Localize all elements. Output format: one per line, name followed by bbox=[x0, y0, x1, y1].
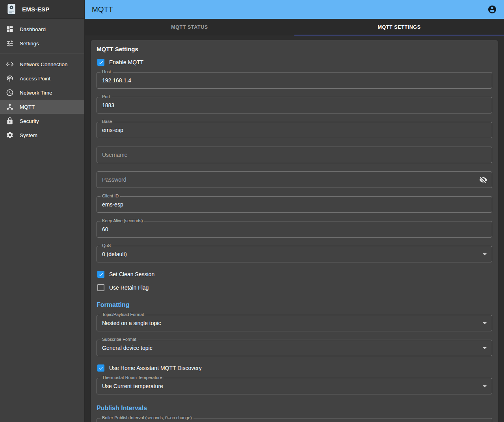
checkbox-checked-icon[interactable] bbox=[97, 59, 104, 66]
sidebar-divider bbox=[0, 54, 84, 54]
client-id-field: Client ID bbox=[97, 196, 492, 213]
checkbox-unchecked-icon[interactable] bbox=[97, 284, 104, 291]
clock-icon bbox=[6, 88, 14, 97]
client-id-input[interactable] bbox=[97, 196, 492, 213]
tabbar: MQTT STATUS MQTT SETTINGS bbox=[85, 19, 504, 35]
select-value: Use Current temperature bbox=[102, 383, 163, 389]
select-value: Nested on a single topic bbox=[102, 320, 161, 326]
password-input[interactable] bbox=[97, 171, 492, 188]
topic-payload-format-select[interactable]: Nested on a single topic bbox=[97, 315, 492, 331]
lock-icon bbox=[6, 117, 14, 125]
subscribe-format-select[interactable]: General device topic bbox=[97, 340, 492, 356]
keep-alive-field: Keep Alive (seconds) bbox=[97, 221, 492, 238]
base-input[interactable] bbox=[97, 122, 492, 138]
dashboard-icon bbox=[6, 25, 14, 33]
page-title: MQTT bbox=[92, 5, 113, 14]
dropdown-arrow-icon bbox=[480, 343, 489, 353]
sidebar-item-label: Access Point bbox=[20, 76, 50, 82]
qos-field: QoS 0 (default) bbox=[97, 246, 492, 262]
sidebar-item-access-point[interactable]: Access Point bbox=[0, 71, 84, 86]
tab-mqtt-status[interactable]: MQTT STATUS bbox=[85, 19, 294, 35]
field-label: Base bbox=[100, 119, 113, 124]
ethernet-icon bbox=[6, 60, 14, 69]
subscribe-format-field: Subscribe Format General device topic bbox=[97, 340, 492, 356]
sidebar-item-security[interactable]: Security bbox=[0, 114, 84, 128]
checkbox-label: Use Home Assistant MQTT Discovery bbox=[109, 365, 202, 371]
sidebar-item-label: MQTT bbox=[20, 104, 35, 110]
tab-mqtt-settings[interactable]: MQTT SETTINGS bbox=[294, 19, 504, 35]
gear-icon bbox=[6, 131, 14, 139]
boiler-publish-interval-field: Boiler Publish Interval (seconds, 0=on c… bbox=[97, 418, 492, 422]
field-label: Subscribe Format bbox=[100, 337, 138, 342]
tune-icon bbox=[6, 39, 14, 48]
sidebar-item-label: Network Time bbox=[20, 90, 52, 96]
checkbox-label: Set Clean Session bbox=[109, 271, 154, 277]
field-label: Topic/Payload Format bbox=[100, 312, 145, 317]
visibility-off-icon[interactable] bbox=[478, 175, 488, 185]
sidebar-item-label: Security bbox=[20, 118, 39, 124]
field-label: Boiler Publish Interval (seconds, 0=on c… bbox=[100, 415, 193, 420]
keep-alive-input[interactable] bbox=[97, 221, 492, 238]
app-title: EMS-ESP bbox=[22, 6, 50, 13]
formatting-section-title: Formatting bbox=[97, 301, 492, 309]
sidebar-nav: Dashboard Settings Network Connection bbox=[0, 19, 84, 145]
sidebar-item-label: System bbox=[20, 132, 37, 138]
qos-select[interactable]: 0 (default) bbox=[97, 246, 492, 262]
field-label: Client ID bbox=[100, 193, 120, 199]
port-field: Port bbox=[97, 97, 492, 113]
select-value: General device topic bbox=[102, 345, 153, 351]
thermostat-room-temperature-field: Thermostat Room Temperature Use Current … bbox=[97, 378, 492, 394]
checkbox-label: Use Retain Flag bbox=[109, 284, 149, 291]
ha-discovery-checkbox-row[interactable]: Use Home Assistant MQTT Discovery bbox=[97, 364, 492, 372]
base-field: Base bbox=[97, 122, 492, 138]
sidebar: EMS-ESP Dashboard Settings Network bbox=[0, 0, 85, 422]
dropdown-arrow-icon bbox=[480, 249, 489, 259]
host-input[interactable] bbox=[97, 72, 492, 89]
set-clean-session-checkbox-row[interactable]: Set Clean Session bbox=[97, 271, 492, 278]
dropdown-arrow-icon bbox=[480, 318, 489, 328]
sidebar-item-label: Dashboard bbox=[20, 26, 46, 32]
topic-payload-format-field: Topic/Payload Format Nested on a single … bbox=[97, 315, 492, 331]
checkbox-label: Enable MQTT bbox=[109, 59, 143, 65]
field-label: Thermostat Room Temperature bbox=[100, 375, 164, 380]
password-field bbox=[97, 171, 492, 188]
username-field bbox=[97, 147, 492, 163]
publish-intervals-section-title: Publish Intervals bbox=[97, 405, 492, 412]
select-value: 0 (default) bbox=[102, 251, 127, 257]
checkbox-checked-icon[interactable] bbox=[97, 364, 104, 372]
device-hub-icon bbox=[6, 102, 14, 111]
sidebar-item-label: Network Connection bbox=[20, 61, 68, 67]
field-label: QoS bbox=[100, 243, 112, 248]
ems-esp-logo-icon bbox=[6, 3, 17, 16]
sidebar-item-dashboard[interactable]: Dashboard bbox=[0, 22, 84, 36]
sidebar-item-mqtt[interactable]: MQTT bbox=[0, 100, 84, 114]
sidebar-item-network-connection[interactable]: Network Connection bbox=[0, 57, 84, 71]
enable-mqtt-checkbox-row[interactable]: Enable MQTT bbox=[97, 59, 492, 66]
content-area: MQTT Settings Enable MQTT Host Port bbox=[85, 35, 504, 422]
mqtt-settings-card: MQTT Settings Enable MQTT Host Port bbox=[91, 40, 498, 422]
host-field: Host bbox=[97, 72, 492, 89]
appbar: MQTT bbox=[85, 0, 504, 19]
sidebar-item-network-time[interactable]: Network Time bbox=[0, 86, 84, 100]
main-area: MQTT MQTT STATUS MQTT SETTINGS MQTT Sett… bbox=[85, 0, 504, 422]
card-title: MQTT Settings bbox=[97, 46, 492, 52]
use-retain-flag-checkbox-row[interactable]: Use Retain Flag bbox=[97, 284, 492, 291]
username-input[interactable] bbox=[97, 147, 492, 163]
app-root: EMS-ESP Dashboard Settings Network bbox=[0, 0, 504, 422]
field-label: Keep Alive (seconds) bbox=[100, 218, 144, 223]
sidebar-item-system[interactable]: System bbox=[0, 128, 84, 142]
thermostat-room-temperature-select[interactable]: Use Current temperature bbox=[97, 378, 492, 394]
dropdown-arrow-icon bbox=[480, 381, 489, 391]
wifi-tethering-icon bbox=[6, 74, 14, 83]
account-circle-icon[interactable] bbox=[487, 4, 498, 15]
sidebar-header: EMS-ESP bbox=[0, 0, 84, 19]
sidebar-item-label: Settings bbox=[20, 41, 39, 46]
port-input[interactable] bbox=[97, 97, 492, 113]
field-label: Host bbox=[100, 69, 113, 74]
field-label: Port bbox=[100, 94, 112, 99]
checkbox-checked-icon[interactable] bbox=[97, 271, 104, 278]
sidebar-item-settings[interactable]: Settings bbox=[0, 36, 84, 50]
